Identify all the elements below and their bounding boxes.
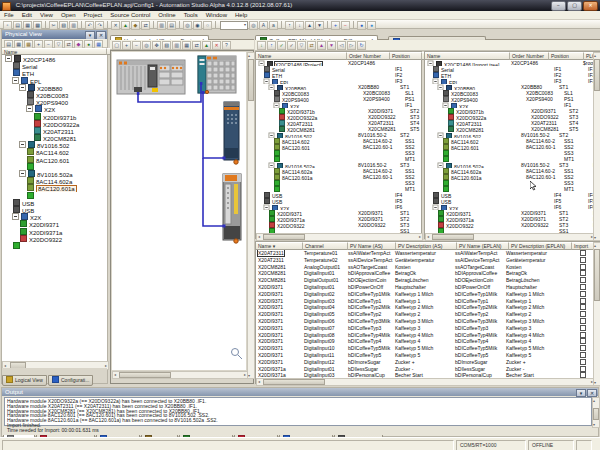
import-tree-hscrollbar[interactable]: ◂▸ <box>425 233 595 241</box>
tree-item[interactable]: X20AT2311 <box>2 127 107 134</box>
tree-item[interactable]: X20BC0083 <box>2 91 107 98</box>
menu-project[interactable]: Project <box>80 11 107 19</box>
column-header[interactable]: Name <box>256 52 347 60</box>
designer-hscrollbar[interactable]: ◂ ▸ <box>112 371 248 379</box>
import-checkbox[interactable] <box>580 332 586 338</box>
next-difference-icon[interactable]: ▼ <box>327 41 336 50</box>
channel-column-header[interactable]: PV Name (EPLAN) <box>457 242 509 250</box>
tree-item[interactable]: 8AC120.601a <box>2 184 107 191</box>
column-header[interactable]: Position <box>390 52 422 60</box>
menu-edit[interactable]: Edit <box>18 11 36 19</box>
import-checkbox[interactable] <box>580 270 586 276</box>
menu-tools[interactable]: Tools <box>180 11 202 19</box>
export-icon[interactable]: ↑ <box>267 41 276 50</box>
tree-item[interactable]: X2X <box>2 105 107 112</box>
tree-item[interactable]: X20DI9371 <box>2 220 107 227</box>
paste-icon[interactable]: ▥ <box>172 41 181 50</box>
channel-table-hscrollbar[interactable]: ◂▸ <box>256 378 595 386</box>
menu-online[interactable]: Online <box>154 11 179 19</box>
accept-icon[interactable]: ✓ <box>277 41 286 50</box>
channel-column-header[interactable]: PV Name (AS) <box>348 242 396 250</box>
channel-column-header[interactable]: Name ▾ <box>256 242 303 250</box>
channel-row[interactable]: X20DI9371DigitalInput09bDICoffeeTyp4Kaff… <box>256 338 599 345</box>
import-checkbox[interactable] <box>580 338 586 344</box>
designer-vscrollbar[interactable]: ▴ ▾ <box>247 52 255 379</box>
import-checkbox[interactable] <box>580 291 586 297</box>
channel-row[interactable]: X20DI9371DigitalInput02bDICoffeeTyp1Milk… <box>256 291 599 298</box>
column-header[interactable]: Order Number <box>510 52 549 60</box>
import-checkbox[interactable] <box>580 277 586 283</box>
name-column-header[interactable]: Name <box>2 48 107 55</box>
tree-item[interactable]: X20BB80 <box>2 84 107 91</box>
output-close-icon[interactable]: ✕ <box>587 389 597 397</box>
channel-column-header[interactable]: PV Description (EPLAN) <box>509 242 572 250</box>
column-header[interactable]: Position <box>549 52 584 60</box>
channel-row[interactable]: X20AT2311Temperature02ssAIDeviceTempActG… <box>256 257 599 264</box>
tree-item[interactable]: X2X <box>2 213 107 220</box>
prev-difference-icon[interactable]: ▲ <box>317 41 326 50</box>
hardware-topology-canvas[interactable] <box>112 52 246 370</box>
column-header[interactable]: Order Number <box>347 52 390 60</box>
copy-to-import-icon[interactable]: ▷ <box>347 41 356 50</box>
menu-file[interactable]: File <box>0 11 18 19</box>
pan-icon[interactable]: ✥ <box>152 41 161 50</box>
column-header[interactable]: Name <box>425 52 510 60</box>
tree-item[interactable]: ETH <box>2 69 107 76</box>
import-checkbox[interactable] <box>580 325 586 331</box>
channel-row[interactable]: X20CM8281DigitalOutput01bDOEjectionCoinB… <box>256 277 599 284</box>
tree-item[interactable]: X20DI9371a <box>2 228 107 235</box>
channel-row[interactable]: X20DI9371DigitalInput04bDICoffeeTyp2Milk… <box>256 304 599 311</box>
import-checkbox[interactable] <box>580 298 586 304</box>
tree-item[interactable]: 8AC120.601 <box>2 156 107 163</box>
wire-icon[interactable]: ⇄ <box>192 41 201 50</box>
help-icon[interactable]: ? <box>222 41 231 50</box>
channel-column-header[interactable]: Channel <box>303 242 348 250</box>
channel-row[interactable]: X20CM8281AnalogOutput01ssAOTargetCoastKo… <box>256 264 599 271</box>
tree-item[interactable]: EPL <box>2 77 107 84</box>
import-checkbox[interactable] <box>580 345 586 351</box>
delete-icon[interactable]: ✕ <box>212 41 221 50</box>
import-checkbox[interactable] <box>580 366 586 372</box>
menu-help[interactable]: Help <box>231 11 251 19</box>
tree-item[interactable]: 8V1016.502a <box>2 170 107 177</box>
import-checkbox[interactable] <box>580 264 586 270</box>
import-tree-vscrollbar[interactable]: ▴▾ <box>593 52 600 241</box>
menu-view[interactable]: View <box>36 11 57 19</box>
channel-row[interactable]: X20DI9371DigitalInput06bDICoffeeTyp3Milk… <box>256 318 599 325</box>
zoom-fit-icon[interactable]: ◎ <box>142 41 151 50</box>
import-checkbox[interactable] <box>580 359 586 365</box>
import-checkbox[interactable] <box>580 318 586 324</box>
channel-row[interactable]: X20CM8281DigitalInput01bDIApprovalCoffee… <box>256 270 599 277</box>
tree-item[interactable] <box>2 242 107 249</box>
import-icon[interactable]: ↓ <box>257 41 266 50</box>
tree-item[interactable] <box>2 192 107 199</box>
tree-item[interactable]: USB <box>2 206 107 213</box>
tree-item[interactable]: X20PS9400 <box>2 98 107 105</box>
channel-row[interactable]: X20DI9371DigitalInput07bDICoffeeTyp3Kaff… <box>256 325 599 332</box>
tree-item[interactable]: Serial <box>2 62 107 69</box>
add-module-icon[interactable]: ▲ <box>202 41 211 50</box>
tree-item[interactable] <box>2 163 107 170</box>
tree-item[interactable]: USB <box>2 199 107 206</box>
menu-window[interactable]: Window <box>202 11 231 19</box>
view-tab-logical-view[interactable]: Logical View <box>2 375 47 386</box>
output-vscrollbar[interactable]: ▴▾ <box>592 397 600 428</box>
import-checkbox[interactable] <box>580 257 586 263</box>
channel-row[interactable]: X20DI9371DigitalInput10bDICoffeeTyp5Milk… <box>256 345 599 352</box>
import-checkbox[interactable] <box>580 311 586 317</box>
select-icon[interactable]: ▢ <box>112 41 121 50</box>
channel-row[interactable]: X20DI9371DigitalInput01bDIPowerOnOffHaup… <box>256 284 599 291</box>
minimize-button[interactable]: − <box>551 1 566 11</box>
channel-row[interactable]: X20DI9371DigitalInput08bDICoffeeTyp4Milk… <box>256 332 599 339</box>
tree-item[interactable]: X20CP1486 <box>2 55 107 62</box>
menu-open[interactable]: Open <box>57 11 80 19</box>
channel-row[interactable]: X20DI9371DigitalInput05bDICoffeeTyp2Kaff… <box>256 311 599 318</box>
import-checkbox[interactable] <box>580 284 586 290</box>
zoom-in-icon[interactable]: + <box>122 41 131 50</box>
copy-icon[interactable]: ▧ <box>162 41 171 50</box>
accept-all-icon[interactable]: ✓ <box>287 41 296 50</box>
maximize-button[interactable]: ▢ <box>567 1 582 11</box>
channel-row[interactable]: X20DI9371DigitalInput11bDICoffeeTyp5Kaff… <box>256 352 599 359</box>
output-log[interactable]: Hardware module X20DO9322a (== X20DO9322… <box>4 397 592 426</box>
tree-item[interactable]: 8AC114.602a <box>2 177 107 184</box>
